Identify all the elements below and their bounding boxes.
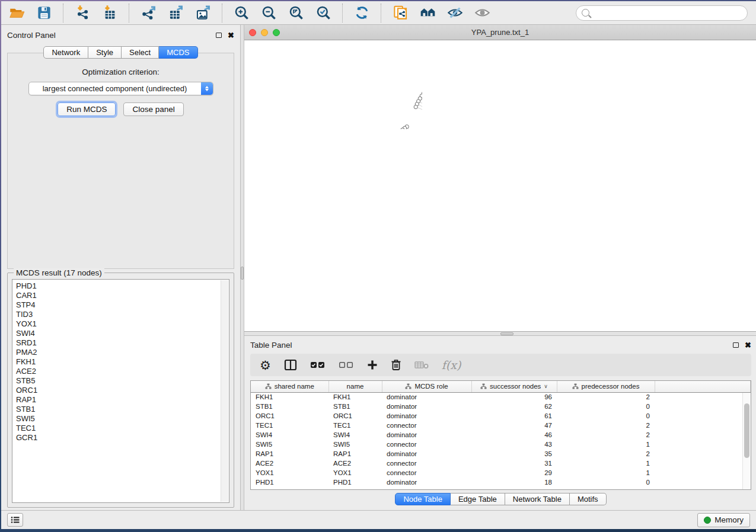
table-row[interactable]: FKH1FKH1dominator962 <box>251 392 751 402</box>
network-canvas[interactable] <box>244 40 756 331</box>
add-column-button[interactable] <box>367 360 378 370</box>
table-cell: connector <box>382 468 471 477</box>
fx-icon: f(x) <box>442 358 461 371</box>
mcds-result-item[interactable]: STB1 <box>16 405 229 414</box>
export-image-button[interactable] <box>192 4 213 23</box>
scrollbar-thumb[interactable] <box>744 403 749 458</box>
tab-network-table[interactable]: Network Table <box>505 493 570 505</box>
table-cell: 47 <box>471 421 557 430</box>
search-field[interactable] <box>576 5 748 21</box>
vertical-splitter[interactable] <box>240 25 244 510</box>
network-window-titlebar[interactable]: YPA_prune.txt_1 <box>244 25 756 40</box>
copy-network-button[interactable] <box>390 4 411 23</box>
list-scrollbar[interactable] <box>221 280 228 502</box>
mcds-result-item[interactable]: PMA2 <box>16 348 229 357</box>
mcds-result-item[interactable]: RAP1 <box>16 395 229 405</box>
table-row[interactable]: RAP1RAP1dominator352 <box>251 449 751 459</box>
search-input[interactable] <box>593 8 742 17</box>
criterion-dropdown[interactable]: largest connected component (undirected) <box>28 82 213 95</box>
open-file-button[interactable] <box>6 4 27 23</box>
float-panel-icon[interactable] <box>216 33 222 38</box>
mcds-result-item[interactable]: GCR1 <box>16 433 229 443</box>
eye-slash-icon <box>447 5 463 21</box>
table-row[interactable]: ORC1ORC1dominator610 <box>251 411 751 421</box>
zoom-out-button[interactable] <box>258 4 279 23</box>
splitter-handle[interactable] <box>500 332 513 335</box>
horizontal-splitter[interactable] <box>244 332 756 336</box>
zoom-in-button[interactable] <box>231 4 252 23</box>
mcds-result-item[interactable]: ORC1 <box>16 386 229 395</box>
column-header-MCDS-role[interactable]: MCDS role <box>382 381 471 392</box>
mcds-result-item[interactable]: ACE2 <box>16 367 229 376</box>
tab-style[interactable]: Style <box>88 46 122 59</box>
select-all-button[interactable] <box>310 361 326 369</box>
select-all-icon <box>310 361 326 369</box>
mcds-result-item[interactable]: CAR1 <box>16 291 229 300</box>
attribute-type-icon <box>572 383 579 389</box>
table-cell: PHD1 <box>251 477 328 487</box>
table-cell: dominator <box>382 449 471 459</box>
export-network-button[interactable] <box>138 4 159 23</box>
mcds-result-item[interactable]: PHD1 <box>16 281 229 291</box>
tab-motifs[interactable]: Motifs <box>570 493 607 505</box>
column-header-successor-nodes[interactable]: successor nodes∨ <box>471 381 557 392</box>
show-console-button[interactable] <box>7 513 23 527</box>
column-header-shared-name[interactable]: shared name <box>251 381 328 392</box>
table-cell: RAP1 <box>328 449 382 459</box>
column-header-predecessor-nodes[interactable]: predecessor nodes <box>557 381 655 392</box>
mcds-result-item[interactable]: FKH1 <box>16 357 229 367</box>
network-node[interactable] <box>414 105 417 109</box>
apply-layout-button[interactable] <box>351 4 372 23</box>
table-row[interactable]: TEC1TEC1connector472 <box>251 421 751 430</box>
import-table-button[interactable] <box>99 4 120 23</box>
delete-table-button[interactable] <box>414 361 429 369</box>
mcds-result-item[interactable]: SRD1 <box>16 338 229 348</box>
export-table-button[interactable] <box>165 4 186 23</box>
close-panel-icon[interactable]: ✖ <box>745 341 751 349</box>
table-scrollbar[interactable] <box>742 393 751 489</box>
table-settings-button[interactable]: ⚙ <box>260 359 271 371</box>
mcds-result-item[interactable]: STB5 <box>16 376 229 386</box>
tab-network[interactable]: Network <box>43 46 88 59</box>
mcds-result-item[interactable]: SWI5 <box>16 414 229 424</box>
import-network-button[interactable] <box>72 4 93 23</box>
function-builder-button[interactable]: f(x) <box>442 358 461 371</box>
float-panel-icon[interactable] <box>733 342 739 348</box>
tab-select[interactable]: Select <box>122 46 159 59</box>
zoom-selected-button[interactable] <box>312 4 334 23</box>
run-mcds-button[interactable]: Run MCDS <box>58 102 116 116</box>
delete-column-button[interactable] <box>391 359 401 371</box>
mcds-result-list[interactable]: PHD1CAR1STP4TID3YOX1SWI4SRD1PMA2FKH1ACE2… <box>12 279 229 503</box>
mcds-result-item[interactable]: TID3 <box>16 310 229 319</box>
table-row[interactable]: STB1STB1dominator620 <box>251 402 751 411</box>
network-graph[interactable] <box>244 40 422 129</box>
table-row[interactable]: YOX1YOX1connector291 <box>251 468 751 477</box>
table-row[interactable]: PHD1PHD1dominator180 <box>251 477 751 487</box>
memory-button[interactable]: Memory <box>697 513 750 527</box>
splitter-handle[interactable] <box>241 267 244 280</box>
close-panel-button[interactable]: Close panel <box>123 102 183 116</box>
table-row[interactable]: ACE2ACE2connector311 <box>251 459 751 468</box>
deselect-all-button[interactable] <box>339 361 354 369</box>
table-cell: 1 <box>557 468 655 477</box>
hide-selected-button[interactable] <box>444 4 465 23</box>
show-all-button[interactable] <box>471 4 493 23</box>
table-row[interactable]: SWI5SWI5connector431 <box>251 440 751 449</box>
tab-mcds[interactable]: MCDS <box>159 46 197 59</box>
mcds-result-item[interactable]: YOX1 <box>16 319 229 329</box>
first-neighbors-button[interactable] <box>417 4 438 23</box>
mcds-result-item[interactable]: TEC1 <box>16 424 229 433</box>
network-window-title: YPA_prune.txt_1 <box>244 28 756 37</box>
node-table[interactable]: shared namenameMCDS rolesuccessor nodes∨… <box>250 380 751 490</box>
table-row[interactable]: SWI4SWI4dominator462 <box>251 430 751 440</box>
close-panel-icon[interactable]: ✖ <box>228 31 234 39</box>
tab-edge-table[interactable]: Edge Table <box>451 493 505 505</box>
network-node[interactable] <box>401 128 404 129</box>
save-session-button[interactable] <box>33 4 55 23</box>
mcds-result-item[interactable]: SWI4 <box>16 329 229 338</box>
column-header-name[interactable]: name <box>328 381 382 392</box>
zoom-fit-button[interactable] <box>285 4 307 23</box>
mcds-result-item[interactable]: STP4 <box>16 300 229 310</box>
split-view-button[interactable] <box>284 359 297 371</box>
tab-node-table[interactable]: Node Table <box>395 493 451 505</box>
